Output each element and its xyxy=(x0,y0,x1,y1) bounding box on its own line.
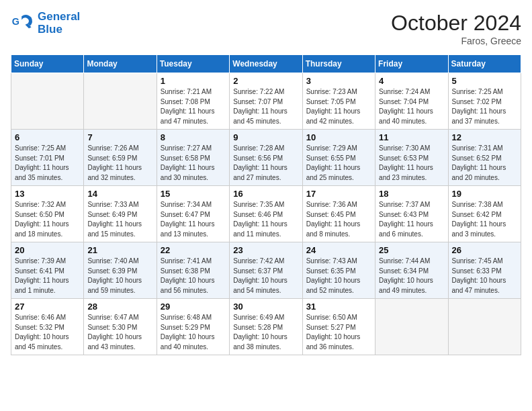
day-info: Sunrise: 7:42 AM Sunset: 6:37 PM Dayligh… xyxy=(233,257,298,295)
weekday-header-friday: Friday xyxy=(375,55,448,73)
week-row-2: 6Sunrise: 7:25 AM Sunset: 7:01 PM Daylig… xyxy=(11,130,521,186)
day-number: 1 xyxy=(161,76,226,86)
day-info: Sunrise: 6:48 AM Sunset: 5:29 PM Dayligh… xyxy=(161,313,226,352)
calendar-cell: 24Sunrise: 7:43 AM Sunset: 6:35 PM Dayli… xyxy=(302,242,375,299)
logo-icon: G xyxy=(11,11,35,36)
day-number: 31 xyxy=(306,302,371,312)
calendar-cell xyxy=(448,299,521,355)
day-info: Sunrise: 7:45 AM Sunset: 6:33 PM Dayligh… xyxy=(452,257,517,295)
month-title: October 2024 xyxy=(391,11,521,36)
day-info: Sunrise: 7:21 AM Sunset: 7:08 PM Dayligh… xyxy=(161,87,226,126)
week-row-1: 1Sunrise: 7:21 AM Sunset: 7:08 PM Daylig… xyxy=(11,73,521,130)
day-number: 7 xyxy=(87,132,152,142)
calendar-cell: 10Sunrise: 7:29 AM Sunset: 6:55 PM Dayli… xyxy=(302,130,375,186)
weekday-header-sunday: Sunday xyxy=(11,55,84,73)
day-number: 25 xyxy=(379,245,444,255)
calendar-cell: 7Sunrise: 7:26 AM Sunset: 6:59 PM Daylig… xyxy=(84,130,157,186)
day-info: Sunrise: 6:50 AM Sunset: 5:27 PM Dayligh… xyxy=(306,313,371,352)
day-number: 30 xyxy=(233,302,298,312)
day-info: Sunrise: 7:24 AM Sunset: 7:04 PM Dayligh… xyxy=(379,87,444,126)
week-row-5: 27Sunrise: 6:46 AM Sunset: 5:32 PM Dayli… xyxy=(11,299,521,355)
day-number: 21 xyxy=(87,245,152,255)
day-number: 24 xyxy=(306,245,371,255)
calendar-cell xyxy=(11,73,84,130)
calendar-cell: 20Sunrise: 7:39 AM Sunset: 6:41 PM Dayli… xyxy=(11,242,84,299)
calendar-cell: 5Sunrise: 7:25 AM Sunset: 7:02 PM Daylig… xyxy=(448,73,521,130)
day-info: Sunrise: 7:30 AM Sunset: 6:53 PM Dayligh… xyxy=(379,144,444,183)
day-number: 8 xyxy=(161,132,226,142)
day-info: Sunrise: 7:44 AM Sunset: 6:34 PM Dayligh… xyxy=(379,257,444,295)
weekday-header-row: SundayMondayTuesdayWednesdayThursdayFrid… xyxy=(11,55,521,73)
calendar-cell: 8Sunrise: 7:27 AM Sunset: 6:58 PM Daylig… xyxy=(157,130,229,186)
day-number: 22 xyxy=(161,245,226,255)
day-info: Sunrise: 7:34 AM Sunset: 6:47 PM Dayligh… xyxy=(161,200,226,239)
page-header: G General Blue October 2024 Faros, Greec… xyxy=(11,11,521,46)
calendar-cell: 28Sunrise: 6:47 AM Sunset: 5:30 PM Dayli… xyxy=(84,299,157,355)
calendar-cell: 9Sunrise: 7:28 AM Sunset: 6:56 PM Daylig… xyxy=(230,130,302,186)
day-info: Sunrise: 7:22 AM Sunset: 7:07 PM Dayligh… xyxy=(233,87,298,126)
calendar-cell: 29Sunrise: 6:48 AM Sunset: 5:29 PM Dayli… xyxy=(157,299,229,355)
calendar-cell xyxy=(375,299,448,355)
day-info: Sunrise: 7:27 AM Sunset: 6:58 PM Dayligh… xyxy=(161,144,226,183)
weekday-header-tuesday: Tuesday xyxy=(157,55,229,73)
day-number: 12 xyxy=(452,132,517,142)
day-number: 16 xyxy=(233,189,298,199)
day-info: Sunrise: 7:23 AM Sunset: 7:05 PM Dayligh… xyxy=(306,87,371,126)
day-number: 15 xyxy=(161,189,226,199)
day-info: Sunrise: 7:29 AM Sunset: 6:55 PM Dayligh… xyxy=(306,144,371,183)
day-info: Sunrise: 7:41 AM Sunset: 6:38 PM Dayligh… xyxy=(161,257,226,295)
calendar-cell: 17Sunrise: 7:36 AM Sunset: 6:45 PM Dayli… xyxy=(302,186,375,242)
day-info: Sunrise: 7:39 AM Sunset: 6:41 PM Dayligh… xyxy=(15,257,80,295)
day-number: 19 xyxy=(452,189,517,199)
weekday-header-wednesday: Wednesday xyxy=(230,55,302,73)
calendar-cell: 14Sunrise: 7:33 AM Sunset: 6:49 PM Dayli… xyxy=(84,186,157,242)
location: Faros, Greece xyxy=(391,36,521,46)
calendar-cell: 16Sunrise: 7:35 AM Sunset: 6:46 PM Dayli… xyxy=(230,186,302,242)
calendar-cell: 25Sunrise: 7:44 AM Sunset: 6:34 PM Dayli… xyxy=(375,242,448,299)
calendar-cell: 11Sunrise: 7:30 AM Sunset: 6:53 PM Dayli… xyxy=(375,130,448,186)
weekday-header-saturday: Saturday xyxy=(448,55,521,73)
day-info: Sunrise: 7:35 AM Sunset: 6:46 PM Dayligh… xyxy=(233,200,298,239)
day-number: 11 xyxy=(379,132,444,142)
day-number: 3 xyxy=(306,76,371,86)
week-row-3: 13Sunrise: 7:32 AM Sunset: 6:50 PM Dayli… xyxy=(11,186,521,242)
day-info: Sunrise: 6:46 AM Sunset: 5:32 PM Dayligh… xyxy=(15,313,80,352)
calendar-cell: 27Sunrise: 6:46 AM Sunset: 5:32 PM Dayli… xyxy=(11,299,84,355)
day-info: Sunrise: 7:38 AM Sunset: 6:42 PM Dayligh… xyxy=(452,200,517,239)
day-info: Sunrise: 6:49 AM Sunset: 5:28 PM Dayligh… xyxy=(233,313,298,352)
day-info: Sunrise: 7:26 AM Sunset: 6:59 PM Dayligh… xyxy=(87,144,152,183)
calendar-cell: 26Sunrise: 7:45 AM Sunset: 6:33 PM Dayli… xyxy=(448,242,521,299)
day-number: 23 xyxy=(233,245,298,255)
day-number: 29 xyxy=(161,302,226,312)
day-info: Sunrise: 7:33 AM Sunset: 6:49 PM Dayligh… xyxy=(87,200,152,239)
calendar-cell: 2Sunrise: 7:22 AM Sunset: 7:07 PM Daylig… xyxy=(230,73,302,130)
calendar-cell: 18Sunrise: 7:37 AM Sunset: 6:43 PM Dayli… xyxy=(375,186,448,242)
day-info: Sunrise: 6:47 AM Sunset: 5:30 PM Dayligh… xyxy=(87,313,152,352)
day-info: Sunrise: 7:37 AM Sunset: 6:43 PM Dayligh… xyxy=(379,200,444,239)
svg-text:G: G xyxy=(12,15,19,26)
calendar-cell: 6Sunrise: 7:25 AM Sunset: 7:01 PM Daylig… xyxy=(11,130,84,186)
calendar-cell xyxy=(84,73,157,130)
day-number: 26 xyxy=(452,245,517,255)
calendar-cell: 19Sunrise: 7:38 AM Sunset: 6:42 PM Dayli… xyxy=(448,186,521,242)
calendar-cell: 21Sunrise: 7:40 AM Sunset: 6:39 PM Dayli… xyxy=(84,242,157,299)
day-number: 18 xyxy=(379,189,444,199)
day-number: 6 xyxy=(15,132,80,142)
day-number: 17 xyxy=(306,189,371,199)
day-info: Sunrise: 7:25 AM Sunset: 7:02 PM Dayligh… xyxy=(452,87,517,126)
day-info: Sunrise: 7:40 AM Sunset: 6:39 PM Dayligh… xyxy=(87,257,152,295)
calendar-cell: 12Sunrise: 7:31 AM Sunset: 6:52 PM Dayli… xyxy=(448,130,521,186)
calendar-cell: 30Sunrise: 6:49 AM Sunset: 5:28 PM Dayli… xyxy=(230,299,302,355)
day-number: 10 xyxy=(306,132,371,142)
day-number: 20 xyxy=(15,245,80,255)
title-block: October 2024 Faros, Greece xyxy=(391,11,521,46)
logo: G General Blue xyxy=(11,11,80,36)
day-info: Sunrise: 7:25 AM Sunset: 7:01 PM Dayligh… xyxy=(15,144,80,183)
calendar-cell: 22Sunrise: 7:41 AM Sunset: 6:38 PM Dayli… xyxy=(157,242,229,299)
day-info: Sunrise: 7:31 AM Sunset: 6:52 PM Dayligh… xyxy=(452,144,517,183)
day-info: Sunrise: 7:32 AM Sunset: 6:50 PM Dayligh… xyxy=(15,200,80,239)
day-number: 13 xyxy=(15,189,80,199)
weekday-header-monday: Monday xyxy=(84,55,157,73)
calendar-cell: 31Sunrise: 6:50 AM Sunset: 5:27 PM Dayli… xyxy=(302,299,375,355)
weekday-header-thursday: Thursday xyxy=(302,55,375,73)
